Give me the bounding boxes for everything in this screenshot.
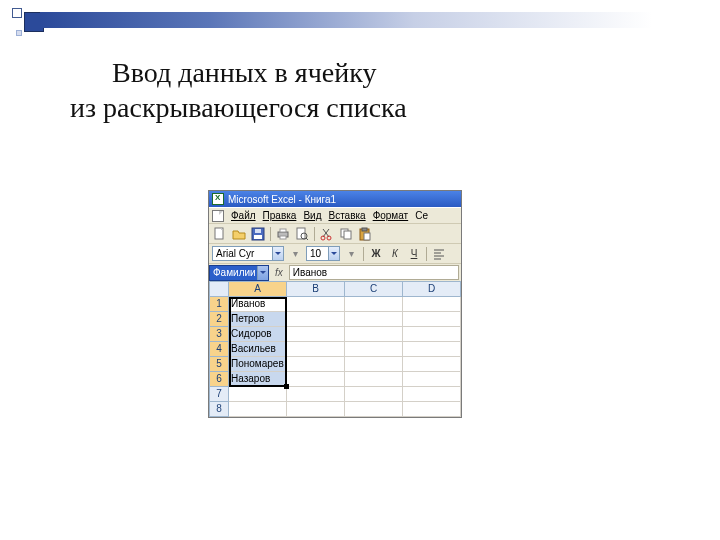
slide-top-gradient [40, 12, 720, 28]
dropdown-icon [328, 247, 339, 260]
open-icon[interactable] [231, 226, 247, 242]
name-box[interactable]: Фамилии [209, 265, 269, 281]
cell[interactable] [403, 372, 461, 387]
column-header-C[interactable]: C [345, 281, 403, 297]
cell[interactable] [403, 297, 461, 312]
dropdown-icon [257, 266, 268, 280]
underline-button[interactable]: Ч [406, 246, 422, 262]
formula-bar-value: Иванов [293, 267, 327, 278]
font-increment[interactable]: ▾ [343, 246, 359, 262]
cell-A6[interactable]: Назаров [229, 372, 287, 387]
row-header[interactable]: 8 [209, 402, 229, 417]
column-header-A[interactable]: A [229, 281, 287, 297]
fill-handle[interactable] [284, 384, 289, 389]
column-header-B[interactable]: B [287, 281, 345, 297]
row-header[interactable]: 6 [209, 372, 229, 387]
menu-insert[interactable]: Вставка [328, 210, 365, 221]
cut-icon[interactable] [319, 226, 335, 242]
select-all-corner[interactable] [209, 281, 229, 297]
cell[interactable] [403, 402, 461, 417]
row-header[interactable]: 4 [209, 342, 229, 357]
table-row: 2 Петров [209, 312, 461, 327]
cell[interactable] [345, 387, 403, 402]
paste-icon[interactable] [357, 226, 373, 242]
excel-app-icon [212, 193, 224, 205]
table-row: 5 Пономарев [209, 357, 461, 372]
cell[interactable] [403, 357, 461, 372]
font-name-value: Arial Cyr [216, 248, 254, 259]
cell[interactable] [287, 312, 345, 327]
cell-A2[interactable]: Петров [229, 312, 287, 327]
window-titlebar: Microsoft Excel - Книга1 [209, 191, 461, 207]
cell[interactable] [287, 357, 345, 372]
cell-A8[interactable] [229, 402, 287, 417]
cell[interactable] [287, 387, 345, 402]
menu-more[interactable]: Се [415, 210, 428, 221]
row-header[interactable]: 1 [209, 297, 229, 312]
font-size-select[interactable]: 10 [306, 246, 340, 261]
cell[interactable] [287, 297, 345, 312]
bold-button[interactable]: Ж [368, 246, 384, 262]
table-row: 1 Иванов [209, 297, 461, 312]
cell[interactable] [345, 372, 403, 387]
cell[interactable] [287, 402, 345, 417]
menu-format[interactable]: Формат [373, 210, 409, 221]
dropdown-icon [272, 247, 283, 260]
cell[interactable] [287, 342, 345, 357]
cell[interactable] [345, 312, 403, 327]
table-row: 8 [209, 402, 461, 417]
format-toolbar: Arial Cyr ▾ 10 ▾ Ж К Ч [209, 243, 461, 263]
row-header[interactable]: 5 [209, 357, 229, 372]
svg-rect-6 [280, 236, 286, 239]
row-header[interactable]: 3 [209, 327, 229, 342]
table-row: 6 Назаров [209, 372, 461, 387]
cell-A5[interactable]: Пономарев [229, 357, 287, 372]
cell[interactable] [287, 372, 345, 387]
svg-rect-3 [255, 229, 261, 233]
italic-button[interactable]: К [387, 246, 403, 262]
svg-line-9 [306, 238, 308, 240]
row-header[interactable]: 2 [209, 312, 229, 327]
font-decrement[interactable]: ▾ [287, 246, 303, 262]
toolbar-separator [314, 227, 315, 241]
cell[interactable] [403, 342, 461, 357]
row-header[interactable]: 7 [209, 387, 229, 402]
new-icon[interactable] [212, 226, 228, 242]
cell-A7[interactable] [229, 387, 287, 402]
cell[interactable] [345, 357, 403, 372]
save-icon[interactable] [250, 226, 266, 242]
align-button[interactable] [431, 246, 447, 262]
cell-A3[interactable]: Сидоров [229, 327, 287, 342]
window-title: Microsoft Excel - Книга1 [228, 194, 336, 205]
print-icon[interactable] [275, 226, 291, 242]
cell[interactable] [345, 402, 403, 417]
font-name-select[interactable]: Arial Cyr [212, 246, 284, 261]
cell[interactable] [403, 327, 461, 342]
fx-icon[interactable]: fx [275, 267, 283, 278]
cell[interactable] [345, 297, 403, 312]
menu-edit[interactable]: Правка [263, 210, 297, 221]
copy-icon[interactable] [338, 226, 354, 242]
svg-rect-5 [280, 229, 286, 232]
formula-bar[interactable]: Иванов [289, 265, 459, 280]
formula-bar-row: Фамилии fx Иванов [209, 263, 461, 281]
cell[interactable] [345, 327, 403, 342]
svg-rect-2 [254, 235, 262, 239]
title-line1: Ввод данных в ячейку [112, 57, 376, 88]
column-header-D[interactable]: D [403, 281, 461, 297]
cell[interactable] [345, 342, 403, 357]
toolbar-separator [270, 227, 271, 241]
cell[interactable] [403, 312, 461, 327]
cell[interactable] [287, 327, 345, 342]
column-headers: A B C D [209, 281, 461, 297]
cell-A4[interactable]: Васильев [229, 342, 287, 357]
toolbar-separator [426, 247, 427, 261]
cell-A1[interactable]: Иванов [229, 297, 287, 312]
svg-rect-18 [364, 233, 370, 240]
menu-view[interactable]: Вид [303, 210, 321, 221]
name-box-value: Фамилии [213, 267, 256, 278]
preview-icon[interactable] [294, 226, 310, 242]
cell[interactable] [403, 387, 461, 402]
standard-toolbar [209, 223, 461, 243]
menu-file[interactable]: Файл [231, 210, 256, 221]
